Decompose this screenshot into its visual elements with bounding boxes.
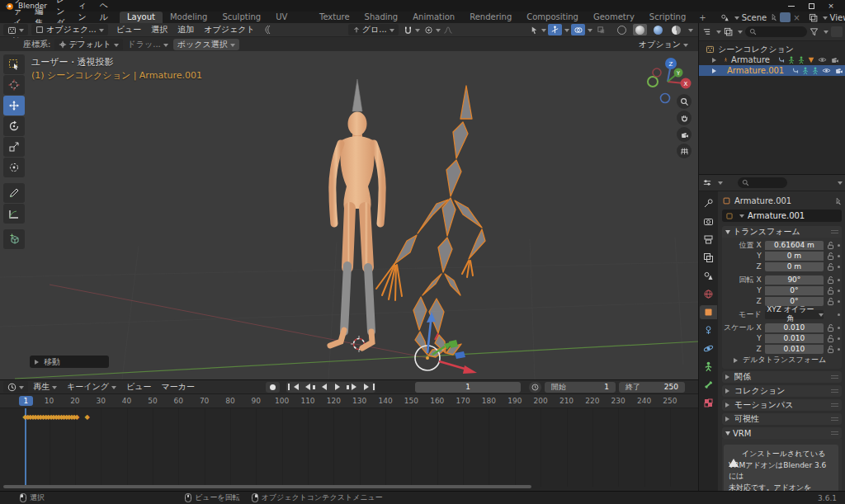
previous-keyframe-button[interactable] [301, 382, 316, 393]
play-reverse-button[interactable] [316, 382, 331, 393]
tab-output[interactable] [700, 233, 717, 247]
tab-sculpting[interactable]: Sculpting [215, 12, 268, 23]
outliner-row-armature[interactable]: Armature [699, 54, 845, 65]
cursor-tool[interactable] [3, 75, 25, 95]
current-frame-badge[interactable]: 1 [19, 396, 33, 406]
tab-object[interactable] [700, 305, 717, 319]
shading-solid-button[interactable] [633, 24, 647, 35]
new-scene-button[interactable] [780, 12, 791, 22]
drag-action-dropdown[interactable]: ドラッ... [128, 39, 168, 50]
new-collection-button[interactable] [831, 26, 843, 37]
transform-panel-header[interactable]: トランスフォーム [722, 226, 842, 238]
animate-dot[interactable] [838, 300, 840, 303]
current-frame-field[interactable]: 1 [415, 382, 521, 393]
timeline-tracks[interactable]: ◆◆◆◆◆◆◆◆◆◆◆◆◆◆◆◆◆◆◆◆◆◆ [0, 408, 698, 487]
animate-dot[interactable] [838, 327, 840, 329]
menu-select[interactable]: 選択 [146, 24, 172, 35]
relations-panel-header[interactable]: 関係 [722, 371, 842, 383]
vrm-panel-header[interactable]: VRM [722, 427, 842, 439]
tab-world[interactable] [700, 287, 717, 301]
pin-icon[interactable] [769, 13, 777, 21]
shading-material-button[interactable] [651, 24, 665, 35]
animate-dot[interactable] [838, 337, 840, 340]
auto-keyframe-button[interactable] [266, 382, 280, 393]
expand-icon[interactable] [712, 58, 719, 63]
scene-selector[interactable]: Scene × [720, 12, 800, 22]
animate-dot[interactable] [838, 313, 840, 316]
lock-icon[interactable] [827, 345, 834, 354]
scale-y-field[interactable]: 0.010 [765, 334, 824, 343]
animate-dot[interactable] [838, 244, 840, 247]
menu-object[interactable]: オブジェクト [199, 24, 259, 35]
frame-start-field[interactable]: 開始 1 [545, 382, 616, 393]
armature-skeleton[interactable] [394, 86, 485, 357]
tab-animation[interactable]: Animation [405, 12, 462, 23]
collections-panel-header[interactable]: コレクション [722, 385, 842, 397]
proportional-edit-controls[interactable] [424, 26, 453, 35]
play-button[interactable] [331, 382, 346, 393]
tab-rendering[interactable]: Rendering [462, 12, 519, 23]
delta-transform-subpanel[interactable]: デルタトランスフォーム [722, 355, 840, 365]
animate-dot[interactable] [838, 266, 840, 268]
pan-button[interactable] [677, 111, 692, 125]
rotation-z-field[interactable]: 0° [765, 297, 824, 306]
animate-dot[interactable] [838, 348, 840, 351]
menu-view[interactable]: ビュー [111, 24, 146, 35]
keyframe-diamond[interactable]: ◆ [85, 414, 90, 421]
tab-bone[interactable] [700, 378, 717, 392]
location-z-field[interactable]: 0 m [765, 262, 824, 271]
show-overlays-toggle[interactable] [571, 24, 585, 35]
xray-toggle[interactable] [594, 24, 608, 35]
rotation-mode-dropdown[interactable]: XYZ オイラー角 [765, 310, 824, 319]
lock-icon[interactable] [827, 286, 834, 295]
lock-icon[interactable] [827, 276, 834, 285]
minimize-button[interactable] [787, 2, 795, 10]
outliner-editor-icon[interactable] [702, 27, 711, 36]
properties-editor-icon[interactable] [702, 178, 712, 187]
scene-collection-row[interactable]: シーンコレクション [699, 44, 845, 54]
tab-layout[interactable]: Layout [120, 12, 163, 23]
motion-paths-panel-header[interactable]: モーションパス [722, 399, 842, 411]
snap-controls[interactable] [404, 26, 420, 35]
tab-scripting[interactable]: Scripting [642, 12, 693, 23]
mode-selector[interactable]: オブジェク... [31, 24, 108, 35]
show-gizmo-toggle[interactable] [548, 24, 562, 35]
tab-texture[interactable] [700, 396, 717, 410]
coordinate-system-dropdown[interactable]: デフォルト [54, 39, 122, 50]
tab-uv-editing[interactable]: UV Editing [268, 12, 312, 23]
timeline-scrollbar[interactable] [3, 485, 531, 488]
menu-add[interactable]: 追加 [172, 24, 199, 35]
select-tool-dropdown[interactable]: ボックス選択 [173, 39, 239, 50]
tab-geometry-nodes[interactable]: Geometry Nodes [586, 12, 642, 23]
transform-orientation-selector[interactable]: グロ... [348, 24, 399, 35]
breadcrumb-object[interactable]: Armature.001 [734, 196, 791, 205]
tab-modeling[interactable]: Modeling [163, 12, 215, 23]
expand-icon[interactable] [712, 68, 719, 73]
operator-panel[interactable]: 移動 [30, 356, 109, 368]
animate-dot[interactable] [838, 279, 840, 281]
jump-to-end-button[interactable] [361, 382, 375, 393]
armature-hand-bones[interactable] [376, 261, 473, 300]
move-tool[interactable] [3, 96, 25, 115]
tab-shading[interactable]: Shading [357, 12, 406, 23]
editor-type-selector[interactable] [3, 24, 28, 35]
animate-dot[interactable] [838, 255, 840, 257]
add-workspace-button[interactable]: + [693, 13, 711, 22]
transform-tool[interactable] [3, 158, 25, 177]
annotate-tool[interactable] [3, 183, 25, 203]
unlink-scene-icon[interactable]: × [793, 13, 800, 22]
camera-view-button[interactable] [677, 127, 692, 142]
frame-end-field[interactable]: 終了 250 [619, 382, 685, 393]
menu-view[interactable]: ビュー [121, 381, 156, 393]
menu-marker[interactable]: マーカー [156, 381, 199, 393]
mannequin-figure[interactable] [330, 79, 382, 348]
jump-to-start-button[interactable] [286, 382, 301, 393]
scale-z-field[interactable]: 0.010 [765, 345, 824, 354]
lock-icon[interactable] [827, 323, 834, 332]
visibility-dropdown[interactable] [530, 26, 546, 35]
tab-compositing[interactable]: Compositing [519, 12, 586, 23]
pin-icon[interactable] [833, 197, 842, 205]
lock-icon[interactable] [827, 252, 834, 261]
filter-icon[interactable] [810, 27, 819, 36]
tab-tool[interactable] [700, 196, 717, 210]
